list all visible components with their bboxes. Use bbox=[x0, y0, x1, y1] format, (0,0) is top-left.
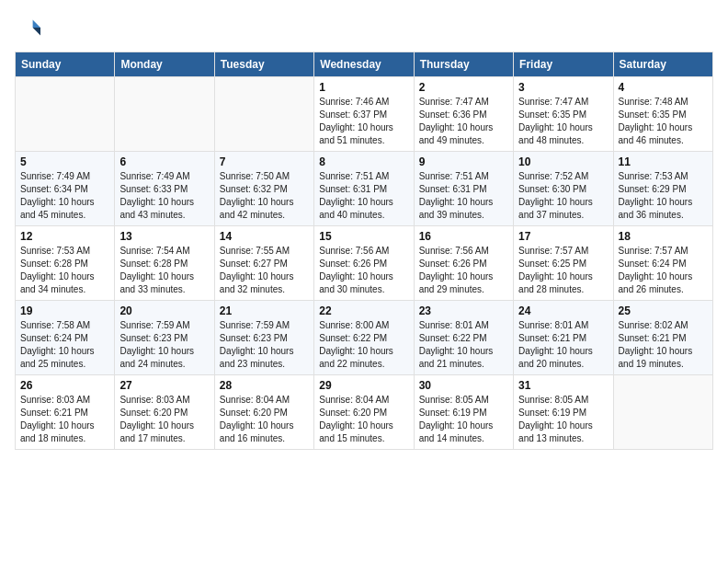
calendar-cell: 9Sunrise: 7:51 AM Sunset: 6:31 PM Daylig… bbox=[414, 152, 513, 226]
day-number: 17 bbox=[518, 230, 608, 243]
calendar-cell: 2Sunrise: 7:47 AM Sunset: 6:36 PM Daylig… bbox=[414, 77, 513, 152]
day-number: 30 bbox=[419, 379, 508, 392]
calendar-cell: 14Sunrise: 7:55 AM Sunset: 6:27 PM Dayli… bbox=[214, 226, 313, 301]
day-info: Sunrise: 8:00 AM Sunset: 6:22 PM Dayligh… bbox=[319, 319, 408, 371]
day-info: Sunrise: 7:51 AM Sunset: 6:31 PM Dayligh… bbox=[419, 170, 508, 222]
day-number: 23 bbox=[419, 304, 508, 317]
day-info: Sunrise: 7:59 AM Sunset: 6:23 PM Dayligh… bbox=[119, 319, 209, 371]
calendar-cell: 17Sunrise: 7:57 AM Sunset: 6:25 PM Dayli… bbox=[514, 226, 613, 301]
page-container: SundayMondayTuesdayWednesdayThursdayFrid… bbox=[0, 0, 728, 461]
day-info: Sunrise: 8:03 AM Sunset: 6:20 PM Dayligh… bbox=[119, 394, 209, 445]
weekday-header-sunday: Sunday bbox=[16, 52, 115, 77]
weekday-header-tuesday: Tuesday bbox=[214, 52, 313, 77]
day-number: 27 bbox=[119, 379, 209, 392]
calendar-cell bbox=[16, 77, 115, 152]
day-number: 20 bbox=[119, 304, 209, 317]
calendar-cell: 15Sunrise: 7:56 AM Sunset: 6:26 PM Dayli… bbox=[314, 226, 414, 301]
calendar-week-4: 19Sunrise: 7:58 AM Sunset: 6:24 PM Dayli… bbox=[16, 301, 713, 375]
day-number: 13 bbox=[119, 230, 209, 243]
day-info: Sunrise: 7:57 AM Sunset: 6:24 PM Dayligh… bbox=[619, 245, 708, 296]
day-info: Sunrise: 7:51 AM Sunset: 6:31 PM Dayligh… bbox=[319, 170, 408, 222]
calendar-table: SundayMondayTuesdayWednesdayThursdayFrid… bbox=[15, 52, 713, 450]
day-number: 19 bbox=[20, 304, 109, 317]
day-info: Sunrise: 7:46 AM Sunset: 6:37 PM Dayligh… bbox=[319, 96, 408, 147]
day-number: 3 bbox=[518, 81, 608, 94]
day-number: 21 bbox=[220, 304, 309, 317]
calendar-week-1: 1Sunrise: 7:46 AM Sunset: 6:37 PM Daylig… bbox=[16, 77, 713, 152]
day-number: 10 bbox=[518, 155, 608, 168]
calendar-cell: 29Sunrise: 8:04 AM Sunset: 6:20 PM Dayli… bbox=[314, 375, 414, 450]
day-info: Sunrise: 8:05 AM Sunset: 6:19 PM Dayligh… bbox=[518, 394, 608, 445]
day-info: Sunrise: 7:58 AM Sunset: 6:24 PM Dayligh… bbox=[20, 319, 109, 371]
header bbox=[15, 15, 713, 40]
weekday-header-friday: Friday bbox=[514, 52, 613, 77]
svg-marker-1 bbox=[33, 28, 40, 35]
calendar-cell: 8Sunrise: 7:51 AM Sunset: 6:31 PM Daylig… bbox=[314, 152, 414, 226]
day-info: Sunrise: 7:52 AM Sunset: 6:30 PM Dayligh… bbox=[518, 170, 608, 222]
day-info: Sunrise: 8:01 AM Sunset: 6:22 PM Dayligh… bbox=[419, 319, 508, 371]
calendar-cell: 4Sunrise: 7:48 AM Sunset: 6:35 PM Daylig… bbox=[613, 77, 712, 152]
day-info: Sunrise: 7:55 AM Sunset: 6:27 PM Dayligh… bbox=[220, 245, 309, 296]
logo-icon bbox=[15, 15, 40, 40]
calendar-cell: 12Sunrise: 7:53 AM Sunset: 6:28 PM Dayli… bbox=[16, 226, 115, 301]
day-info: Sunrise: 7:53 AM Sunset: 6:28 PM Dayligh… bbox=[20, 245, 109, 296]
calendar-cell: 21Sunrise: 7:59 AM Sunset: 6:23 PM Dayli… bbox=[214, 301, 313, 375]
day-number: 28 bbox=[220, 379, 309, 392]
day-number: 16 bbox=[419, 230, 508, 243]
svg-marker-0 bbox=[33, 20, 40, 28]
day-info: Sunrise: 7:59 AM Sunset: 6:23 PM Dayligh… bbox=[220, 319, 309, 371]
day-info: Sunrise: 7:50 AM Sunset: 6:32 PM Dayligh… bbox=[220, 170, 309, 222]
calendar-cell bbox=[613, 375, 712, 450]
calendar-cell bbox=[115, 77, 214, 152]
day-number: 7 bbox=[220, 155, 309, 168]
day-info: Sunrise: 7:53 AM Sunset: 6:29 PM Dayligh… bbox=[619, 170, 708, 222]
day-number: 11 bbox=[619, 155, 708, 168]
day-info: Sunrise: 7:56 AM Sunset: 6:26 PM Dayligh… bbox=[319, 245, 408, 296]
calendar-cell: 6Sunrise: 7:49 AM Sunset: 6:33 PM Daylig… bbox=[115, 152, 214, 226]
day-info: Sunrise: 8:03 AM Sunset: 6:21 PM Dayligh… bbox=[20, 394, 109, 445]
calendar-cell: 25Sunrise: 8:02 AM Sunset: 6:21 PM Dayli… bbox=[613, 301, 712, 375]
day-number: 31 bbox=[518, 379, 608, 392]
day-info: Sunrise: 7:54 AM Sunset: 6:28 PM Dayligh… bbox=[119, 245, 209, 296]
day-info: Sunrise: 7:57 AM Sunset: 6:25 PM Dayligh… bbox=[518, 245, 608, 296]
day-number: 29 bbox=[319, 379, 408, 392]
day-number: 15 bbox=[319, 230, 408, 243]
day-number: 18 bbox=[619, 230, 708, 243]
calendar-cell: 20Sunrise: 7:59 AM Sunset: 6:23 PM Dayli… bbox=[115, 301, 214, 375]
calendar-cell: 18Sunrise: 7:57 AM Sunset: 6:24 PM Dayli… bbox=[613, 226, 712, 301]
day-number: 6 bbox=[119, 155, 209, 168]
calendar-cell: 22Sunrise: 8:00 AM Sunset: 6:22 PM Dayli… bbox=[314, 301, 414, 375]
day-number: 22 bbox=[319, 304, 408, 317]
day-number: 2 bbox=[419, 81, 508, 94]
calendar-cell: 3Sunrise: 7:47 AM Sunset: 6:35 PM Daylig… bbox=[514, 77, 613, 152]
weekday-header-monday: Monday bbox=[115, 52, 214, 77]
day-info: Sunrise: 8:04 AM Sunset: 6:20 PM Dayligh… bbox=[319, 394, 408, 445]
calendar-cell: 11Sunrise: 7:53 AM Sunset: 6:29 PM Dayli… bbox=[613, 152, 712, 226]
day-number: 4 bbox=[619, 81, 708, 94]
calendar-cell: 30Sunrise: 8:05 AM Sunset: 6:19 PM Dayli… bbox=[414, 375, 513, 450]
day-number: 5 bbox=[20, 155, 109, 168]
calendar-cell: 27Sunrise: 8:03 AM Sunset: 6:20 PM Dayli… bbox=[115, 375, 214, 450]
day-number: 1 bbox=[319, 81, 408, 94]
weekday-header-thursday: Thursday bbox=[414, 52, 513, 77]
weekday-header-wednesday: Wednesday bbox=[314, 52, 414, 77]
day-number: 12 bbox=[20, 230, 109, 243]
calendar-cell: 28Sunrise: 8:04 AM Sunset: 6:20 PM Dayli… bbox=[214, 375, 313, 450]
day-number: 24 bbox=[518, 304, 608, 317]
logo bbox=[15, 15, 44, 40]
calendar-week-3: 12Sunrise: 7:53 AM Sunset: 6:28 PM Dayli… bbox=[16, 226, 713, 301]
day-info: Sunrise: 8:04 AM Sunset: 6:20 PM Dayligh… bbox=[220, 394, 309, 445]
weekday-header-saturday: Saturday bbox=[613, 52, 712, 77]
day-info: Sunrise: 7:49 AM Sunset: 6:33 PM Dayligh… bbox=[119, 170, 209, 222]
day-number: 25 bbox=[619, 304, 708, 317]
calendar-header-row: SundayMondayTuesdayWednesdayThursdayFrid… bbox=[16, 52, 713, 77]
day-number: 8 bbox=[319, 155, 408, 168]
calendar-cell: 16Sunrise: 7:56 AM Sunset: 6:26 PM Dayli… bbox=[414, 226, 513, 301]
calendar-cell: 31Sunrise: 8:05 AM Sunset: 6:19 PM Dayli… bbox=[514, 375, 613, 450]
calendar-cell: 1Sunrise: 7:46 AM Sunset: 6:37 PM Daylig… bbox=[314, 77, 414, 152]
day-number: 14 bbox=[220, 230, 309, 243]
day-number: 9 bbox=[419, 155, 508, 168]
calendar-cell: 5Sunrise: 7:49 AM Sunset: 6:34 PM Daylig… bbox=[16, 152, 115, 226]
calendar-cell: 19Sunrise: 7:58 AM Sunset: 6:24 PM Dayli… bbox=[16, 301, 115, 375]
day-info: Sunrise: 7:49 AM Sunset: 6:34 PM Dayligh… bbox=[20, 170, 109, 222]
